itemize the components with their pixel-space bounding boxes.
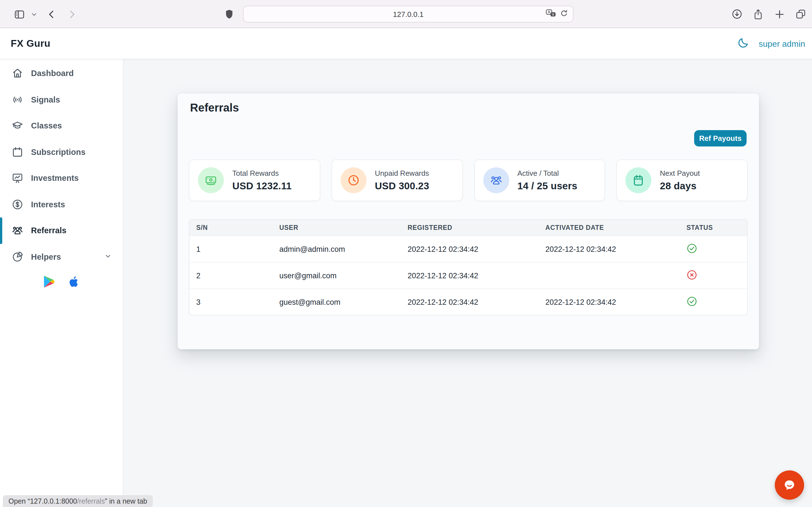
chevron-down-icon — [104, 252, 112, 262]
table-row: 3 guest@gmail.com 2022-12-12 02:34:42 20… — [190, 289, 747, 315]
cell-sn: 1 — [190, 236, 273, 262]
cell-registered: 2022-12-12 02:34:42 — [401, 262, 539, 289]
reload-icon[interactable] — [560, 9, 568, 20]
screen: 127.0.0.1 A x — [0, 0, 812, 507]
brand-logo: FX Guru — [11, 28, 50, 59]
graduation-cap-icon — [11, 120, 24, 132]
stat-value: 14 / 25 users — [517, 180, 577, 192]
sidebar-item-label: Signals — [31, 95, 60, 104]
sidebar-item-label: Dashboard — [31, 69, 74, 78]
ref-payouts-button[interactable]: Ref Payouts — [694, 130, 747, 147]
stat-label: Next Payout — [660, 169, 700, 177]
column-header-status: STATUS — [680, 220, 747, 236]
svg-text:A: A — [548, 10, 550, 14]
cash-icon — [204, 173, 218, 187]
sidebar-item-label: Interests — [31, 200, 65, 209]
cell-sn: 2 — [190, 262, 273, 289]
cell-registered: 2022-12-12 02:34:42 — [401, 289, 539, 315]
presentation-chart-icon — [11, 172, 24, 184]
sidebar-item-dashboard[interactable]: Dashboard — [0, 60, 123, 87]
signal-icon — [11, 94, 24, 106]
sidebar-item-referrals[interactable]: Referrals — [0, 217, 123, 244]
main-content: Referrals Ref Payouts Total Rewards USD … — [124, 59, 812, 507]
dollar-circle-icon — [11, 198, 24, 211]
sidebar-item-signals[interactable]: Signals — [0, 87, 123, 113]
stat-value: 28 days — [660, 180, 700, 192]
sidebar-item-label: Classes — [31, 121, 62, 130]
google-play-icon[interactable] — [42, 275, 55, 291]
sidebar-item-label: Helpers — [31, 252, 61, 262]
status-inactive-x-icon — [687, 269, 698, 280]
status-active-check-icon — [687, 242, 698, 254]
stat-value: USD 300.23 — [375, 180, 429, 192]
referrals-table: S/N USER REGISTERED ACTIVATED DATE STATU… — [189, 219, 748, 316]
page-title: Referrals — [190, 101, 239, 114]
sidebar-menu-chevron-icon[interactable] — [30, 0, 38, 28]
stat-value: USD 1232.11 — [232, 180, 292, 192]
sidebar-item-label: Referrals — [31, 226, 66, 235]
stat-cards: Total Rewards USD 1232.11 Unpaid Rewards… — [189, 159, 748, 201]
table-row: 1 admin@admin.com 2022-12-12 02:34:42 20… — [190, 236, 747, 262]
cell-registered: 2022-12-12 02:34:42 — [401, 236, 539, 262]
users-icon — [489, 173, 503, 187]
url-text: 127.0.0.1 — [393, 10, 423, 18]
stat-card-active-total: Active / Total 14 / 25 users — [474, 159, 605, 201]
chat-bubble-icon — [781, 477, 797, 493]
clock-icon — [347, 173, 360, 187]
stat-label: Total Rewards — [232, 169, 292, 177]
sidebar-item-subscriptions[interactable]: Subscriptions — [0, 139, 123, 165]
home-icon — [11, 67, 24, 80]
app-header: FX Guru super admin — [0, 28, 812, 59]
address-bar[interactable]: 127.0.0.1 A x — [243, 6, 573, 22]
cell-user: admin@admin.com — [273, 236, 401, 262]
translate-icon[interactable]: A x — [545, 8, 557, 21]
sidebar-item-investments[interactable]: Investments — [0, 165, 123, 191]
back-icon[interactable] — [46, 0, 56, 28]
dark-mode-moon-icon[interactable] — [737, 36, 750, 51]
privacy-shield-icon[interactable] — [223, 0, 235, 28]
column-header-activated: ACTIVATED DATE — [539, 220, 679, 236]
stat-card-unpaid-rewards: Unpaid Rewards USD 300.23 — [332, 159, 463, 201]
pie-chart-icon — [11, 251, 24, 263]
sidebar: Dashboard Signals Classes — [0, 59, 123, 507]
stat-label: Unpaid Rewards — [375, 169, 429, 177]
stat-label: Active / Total — [517, 169, 577, 177]
column-header-user: USER — [273, 220, 401, 236]
forward-icon[interactable] — [66, 0, 77, 28]
column-header-sn: S/N — [190, 220, 273, 236]
svg-text:x: x — [552, 12, 554, 16]
tab-overview-icon[interactable] — [795, 0, 807, 28]
sidebar-item-classes[interactable]: Classes — [0, 113, 123, 139]
sidebar-toggle-icon[interactable] — [12, 0, 26, 28]
referrals-panel: Referrals Ref Payouts Total Rewards USD … — [177, 94, 759, 349]
calendar-icon — [632, 173, 645, 187]
new-tab-icon[interactable] — [774, 0, 785, 28]
stat-card-next-payout: Next Payout 28 days — [617, 159, 748, 201]
apple-app-store-icon[interactable] — [67, 275, 81, 291]
cell-sn: 3 — [190, 289, 273, 315]
stat-card-total-rewards: Total Rewards USD 1232.11 — [189, 159, 320, 201]
cell-user: guest@gmail.com — [273, 289, 401, 315]
sidebar-item-label: Investments — [31, 174, 79, 183]
share-icon[interactable] — [752, 0, 764, 28]
cell-activated: 2022-12-12 02:34:42 — [539, 236, 679, 262]
sidebar-item-helpers[interactable]: Helpers — [0, 244, 123, 270]
cell-activated: 2022-12-12 02:34:42 — [539, 289, 679, 315]
downloads-icon[interactable] — [731, 0, 743, 28]
sidebar-item-interests[interactable]: Interests — [0, 191, 123, 217]
status-active-check-icon — [687, 295, 698, 307]
users-icon — [11, 224, 24, 237]
cell-user: user@gmail.com — [273, 262, 401, 289]
link-status-tooltip: Open “127.0.0.1:8000/referrals” in a new… — [3, 495, 153, 507]
chat-widget-button[interactable] — [775, 470, 804, 500]
column-header-registered: REGISTERED — [401, 220, 539, 236]
browser-toolbar: 127.0.0.1 A x — [0, 0, 812, 28]
table-row: 2 user@gmail.com 2022-12-12 02:34:42 — [190, 262, 747, 289]
calendar-icon — [11, 146, 24, 158]
table-header-row: S/N USER REGISTERED ACTIVATED DATE STATU… — [190, 220, 747, 236]
sidebar-item-label: Subscriptions — [31, 148, 86, 157]
user-menu[interactable]: super admin — [759, 39, 805, 48]
cell-activated — [539, 262, 679, 289]
